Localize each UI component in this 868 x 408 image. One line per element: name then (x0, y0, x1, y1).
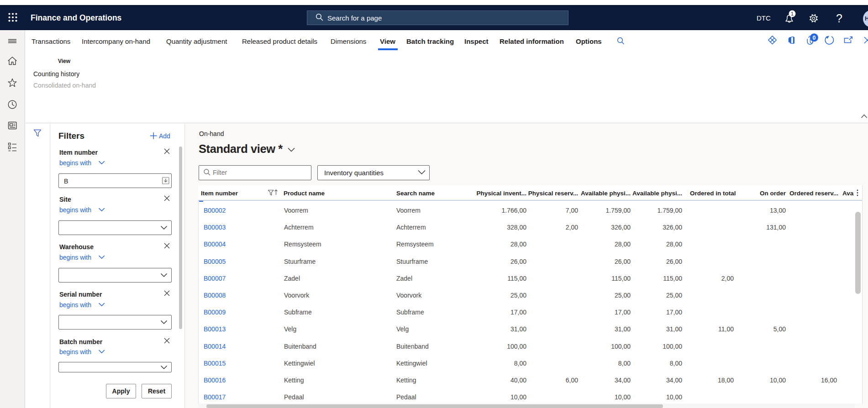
svg-text:1: 1 (791, 11, 794, 16)
svg-text:?: ? (836, 12, 842, 25)
svg-text:0: 0 (813, 35, 816, 41)
